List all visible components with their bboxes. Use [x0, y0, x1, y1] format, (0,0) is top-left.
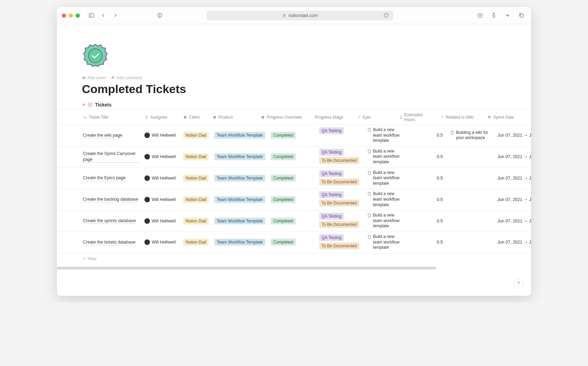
avatar [144, 175, 150, 181]
col-related-wiki[interactable]: Related to Wiki [437, 110, 485, 125]
close-window-button[interactable] [62, 13, 66, 18]
url-bar[interactable]: notiondad.com [207, 11, 393, 20]
ticket-title[interactable]: Create the Epics page [83, 175, 126, 181]
avatar [144, 218, 150, 224]
stage-tag-qa: QA Testing [319, 234, 344, 241]
shield-icon[interactable] [155, 11, 164, 20]
col-product[interactable]: Product [210, 110, 258, 125]
sidebar-toggle-icon[interactable] [87, 11, 96, 20]
col-sprint-date[interactable]: Sprint Date [485, 110, 526, 125]
stage-tag-qa: QA Testing [319, 191, 344, 198]
database-view-tab[interactable]: ↗ Tickets [57, 102, 531, 110]
comment-icon [111, 76, 115, 80]
table-row[interactable]: Create the wiki page Will Helliwell Noti… [57, 125, 531, 146]
share-icon[interactable] [490, 11, 499, 20]
table-row[interactable]: Create the tickets database Will Helliwe… [57, 232, 531, 253]
horizontal-scrollbar[interactable] [57, 266, 531, 270]
svg-line-27 [490, 118, 491, 119]
col-progress-overview[interactable]: Progress Overview [258, 110, 306, 125]
client-tag: Notion Dad [183, 196, 209, 203]
stage-tag-tbd: To Be Documented [319, 179, 359, 185]
epic-relation[interactable]: Build a new team workflow template [367, 127, 405, 144]
window-controls [62, 13, 80, 18]
image-icon [82, 76, 86, 80]
assignee-name: Will Helliwell [152, 219, 176, 223]
progress-tag: Completed [271, 196, 296, 203]
progress-tag: Completed [271, 132, 296, 139]
client-tag: Notion Dad [183, 218, 209, 225]
view-label: Tickets [95, 102, 112, 108]
forward-button[interactable] [111, 11, 120, 20]
epic-relation[interactable]: Build a new team workflow template [367, 149, 405, 165]
table-row[interactable]: Create the backlog database Will Helliwe… [57, 189, 531, 210]
svg-point-18 [184, 116, 187, 119]
estimated-hours: 0.5 [407, 168, 447, 189]
stage-tag-tbd: To Be Documented [319, 200, 359, 207]
page-content: Add cover Add comment Completed Tickets … [57, 24, 531, 296]
help-button[interactable]: ? [514, 278, 523, 288]
progress-tag: Completed [271, 239, 296, 246]
sprint-date: Jun 07, 2021 → Jun 1 [495, 189, 531, 210]
stage-tag-qa: QA Testing [319, 213, 344, 220]
add-comment-button[interactable]: Add comment [111, 75, 142, 80]
epic-relation[interactable]: Build a new team workflow template [367, 234, 405, 250]
assignee-name: Will Helliwell [152, 197, 176, 202]
progress-tag: Completed [271, 175, 296, 182]
ticket-title[interactable]: Create the Sprint Carryover page [83, 151, 139, 163]
downloads-icon[interactable] [476, 11, 485, 20]
table-row[interactable]: Create the Sprint Carryover page Will He… [57, 146, 531, 168]
product-tag: Team Workflow Template [214, 175, 265, 182]
col-epic[interactable]: Epic [354, 110, 397, 125]
tickets-table: AaTicket Title Assignee Client Product P… [57, 110, 531, 270]
svg-point-17 [146, 116, 147, 117]
product-tag: Team Workflow Template [214, 196, 265, 203]
ticket-title[interactable]: Create the tickets database [83, 239, 135, 245]
url-text: notiondad.com [288, 13, 318, 18]
stage-tag-qa: QA Testing [319, 149, 344, 156]
estimated-hours: 0.5 [407, 146, 447, 167]
ticket-icon [87, 102, 93, 108]
sprint-date: Jun 07, 2021 → Jun 1 [495, 146, 531, 167]
epic-relation[interactable]: Build a new team workflow template [367, 170, 405, 186]
tabs-icon[interactable] [517, 11, 526, 20]
svg-point-20 [262, 116, 264, 119]
product-tag: Team Workflow Template [214, 239, 265, 246]
svg-rect-0 [89, 13, 94, 17]
col-assignee[interactable]: Assignee [142, 110, 180, 125]
col-estimated-hours[interactable]: ΣEstimated Hours [397, 110, 437, 125]
epic-relation[interactable]: Build a new team workflow template [367, 191, 405, 208]
sprint-date: Jun 07, 2021 → Jun 1 [495, 125, 531, 146]
stage-tag-qa: QA Testing [319, 170, 344, 177]
avatar [144, 154, 150, 159]
minimize-window-button[interactable] [69, 13, 73, 18]
sprint-date: Jun 07, 2021 → Jun 1 [495, 168, 531, 189]
add-cover-button[interactable]: Add cover [82, 75, 106, 80]
table-header: AaTicket Title Assignee Client Product P… [57, 110, 531, 125]
assignee-name: Will Helliwell [152, 133, 176, 138]
client-tag: Notion Dad [183, 132, 209, 139]
epic-relation[interactable]: Build a new team workflow template [367, 213, 405, 229]
wiki-relation[interactable]: Building a wiki for your workspace [450, 130, 492, 141]
ticket-title[interactable]: Create the sprints database [83, 218, 136, 224]
col-title[interactable]: AaTicket Title [57, 110, 142, 125]
ticket-title[interactable]: Create the wiki page [83, 132, 122, 138]
arrow-up-right-icon: ↗ [82, 102, 85, 107]
new-row-button[interactable]: + New [57, 253, 531, 264]
back-button[interactable] [98, 11, 107, 20]
col-progress-stage[interactable]: Progress Stage [306, 110, 354, 125]
page-title: Completed Tickets [82, 82, 531, 96]
maximize-window-button[interactable] [76, 13, 80, 18]
avatar [144, 132, 150, 138]
svg-point-19 [213, 116, 216, 119]
client-tag: Notion Dad [183, 153, 209, 160]
table-row[interactable]: Create the sprints database Will Helliwe… [57, 210, 531, 232]
table-row[interactable]: Create the Epics page Will Helliwell Not… [57, 168, 531, 189]
ticket-title[interactable]: Create the backlog database [83, 196, 138, 202]
assignee-name: Will Helliwell [152, 240, 176, 245]
reload-button[interactable] [381, 11, 390, 20]
assignee-name: Will Helliwell [152, 154, 176, 159]
new-tab-icon[interactable] [503, 11, 512, 20]
estimated-hours: 0.5 [407, 189, 447, 210]
col-client[interactable]: Client [180, 110, 210, 125]
product-tag: Team Workflow Template [214, 218, 265, 225]
